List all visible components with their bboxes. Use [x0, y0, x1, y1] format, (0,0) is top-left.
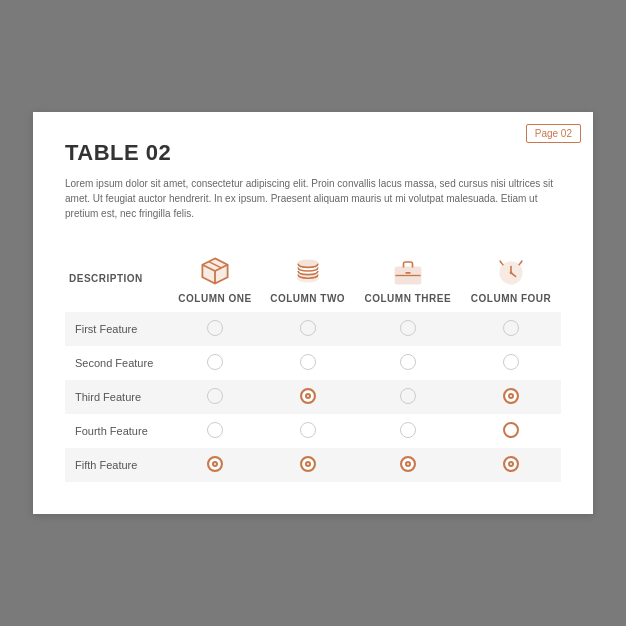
row-label: Third Feature — [65, 380, 169, 414]
row-1-col-3[interactable] — [354, 346, 461, 380]
col-four-header: COLUMN FOUR — [461, 245, 561, 312]
svg-point-7 — [298, 275, 318, 282]
table-title: TABLE 02 — [65, 140, 561, 166]
row-label: Fifth Feature — [65, 448, 169, 482]
row-4-col-4[interactable] — [461, 448, 561, 482]
row-4-col-3[interactable] — [354, 448, 461, 482]
row-2-col-4[interactable] — [461, 380, 561, 414]
row-1-col-4[interactable] — [461, 346, 561, 380]
row-2-col-3[interactable] — [354, 380, 461, 414]
row-2-col-1[interactable] — [169, 380, 261, 414]
row-4-col-2[interactable] — [261, 448, 355, 482]
row-1-col-2[interactable] — [261, 346, 355, 380]
page-badge: Page 02 — [526, 124, 581, 143]
table-row: First Feature — [65, 312, 561, 346]
column-four-icon — [493, 253, 529, 289]
feature-table: DESCRIPTION COLUMN ONE — [65, 245, 561, 482]
main-card: Page 02 TABLE 02 Lorem ipsum dolor sit a… — [33, 112, 593, 514]
row-3-col-1[interactable] — [169, 414, 261, 448]
column-three-icon — [390, 253, 426, 289]
table-row: Fourth Feature — [65, 414, 561, 448]
row-label: Fourth Feature — [65, 414, 169, 448]
table-row: Fifth Feature — [65, 448, 561, 482]
col-two-header: COLUMN TWO — [261, 245, 355, 312]
row-label: Second Feature — [65, 346, 169, 380]
row-3-col-2[interactable] — [261, 414, 355, 448]
col-three-header: COLUMN THREE — [354, 245, 461, 312]
row-label: First Feature — [65, 312, 169, 346]
table-description: Lorem ipsum dolor sit amet, consectetur … — [65, 176, 561, 221]
row-3-col-4[interactable] — [461, 414, 561, 448]
column-one-icon — [197, 253, 233, 289]
row-0-col-2[interactable] — [261, 312, 355, 346]
row-2-col-2[interactable] — [261, 380, 355, 414]
row-4-col-1[interactable] — [169, 448, 261, 482]
svg-point-14 — [510, 271, 513, 274]
row-3-col-3[interactable] — [354, 414, 461, 448]
table-row: Third Feature — [65, 380, 561, 414]
row-0-col-1[interactable] — [169, 312, 261, 346]
col-one-header: COLUMN ONE — [169, 245, 261, 312]
row-0-col-3[interactable] — [354, 312, 461, 346]
col-description-header: DESCRIPTION — [65, 245, 169, 312]
row-1-col-1[interactable] — [169, 346, 261, 380]
table-row: Second Feature — [65, 346, 561, 380]
row-0-col-4[interactable] — [461, 312, 561, 346]
column-two-icon — [290, 253, 326, 289]
